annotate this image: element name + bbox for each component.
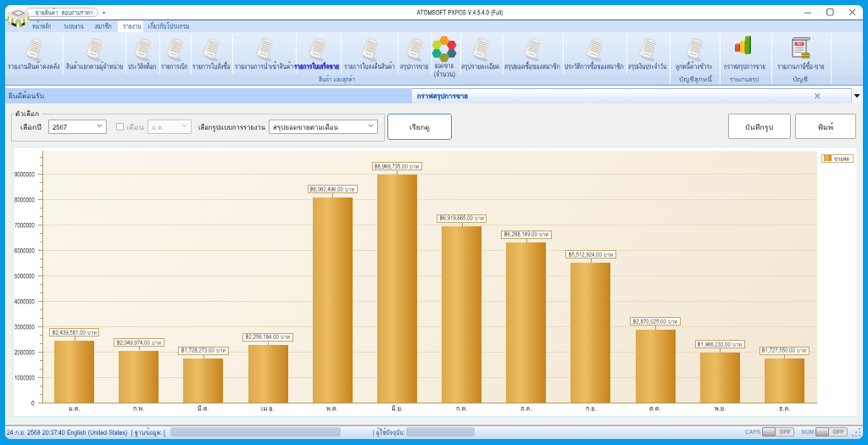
svg-text:TAX: TAX xyxy=(797,42,803,46)
